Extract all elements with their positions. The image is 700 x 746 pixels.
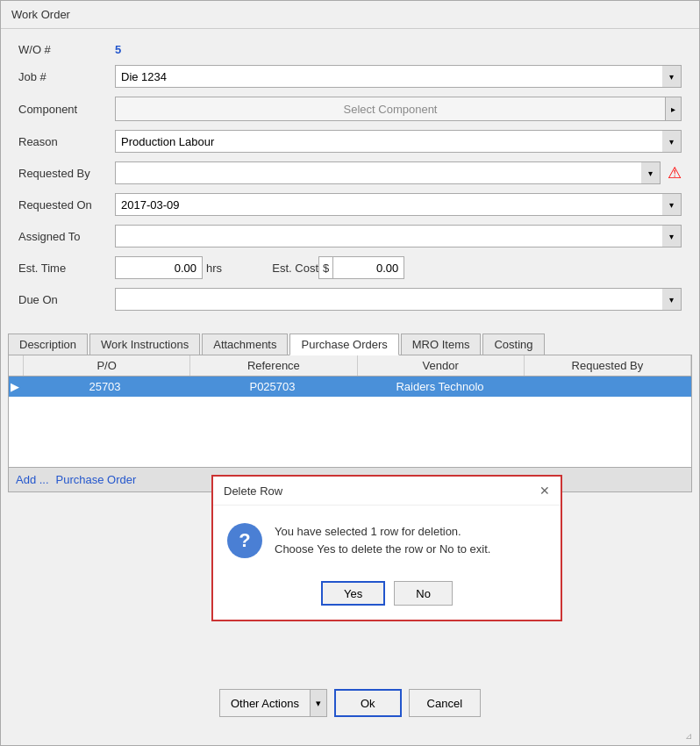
modal-message-line2: Choose Yes to delete the row or No to ex…: [275, 541, 490, 558]
work-order-window: Work Order W/O # 5 Job # ▾ Component: [0, 0, 700, 746]
modal-message-line1: You have selected 1 row for deletion.: [275, 523, 490, 541]
modal-body: ? You have selected 1 row for deletion. …: [213, 506, 561, 572]
modal-overlay: Delete Row ✕ ? You have selected 1 row f…: [1, 1, 699, 745]
delete-row-dialog: Delete Row ✕ ? You have selected 1 row f…: [211, 475, 562, 621]
modal-question-icon: ?: [227, 523, 262, 558]
modal-close-button[interactable]: ✕: [539, 484, 550, 498]
modal-footer: Yes No: [213, 572, 561, 620]
modal-yes-button[interactable]: Yes: [321, 581, 385, 606]
modal-titlebar: Delete Row ✕: [213, 477, 561, 506]
modal-message: You have selected 1 row for deletion. Ch…: [275, 523, 490, 557]
modal-no-button[interactable]: No: [394, 581, 453, 606]
modal-title: Delete Row: [224, 484, 282, 498]
